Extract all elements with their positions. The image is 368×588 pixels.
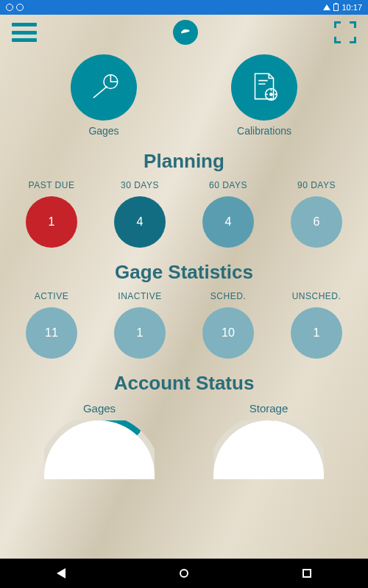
android-status-bar: 10:17 [0,0,368,15]
gear-icon [6,4,13,11]
gages-tile-label: Gages [88,125,118,137]
back-button[interactable] [46,562,76,584]
svg-point-2 [269,93,273,96]
calibration-doc-icon [246,69,283,106]
account-title: Account Status [0,372,368,395]
planning-past-due[interactable]: PAST DUE 1 [11,180,92,248]
home-icon [180,569,188,578]
micrometer-icon [85,69,122,106]
account-grid: Gages 12 12.0 % Storage 0.00gb 1.3 % [0,402,368,559]
recents-button[interactable] [292,562,322,584]
calibrations-tile-label: Calibrations [237,125,291,137]
app-bar [0,15,368,50]
gages-tile[interactable]: Gages [71,54,137,137]
planning-title: Planning [0,150,368,173]
stats-unscheduled[interactable]: UNSCHED. 1 [276,291,357,359]
planning-90-days[interactable]: 90 DAYS 6 [276,180,357,248]
planning-60-days[interactable]: 60 DAYS 4 [188,180,269,248]
planning-30-days[interactable]: 30 DAYS 4 [99,180,180,248]
battery-icon [333,4,339,11]
stats-scheduled[interactable]: SCHED. 10 [188,291,269,359]
stats-inactive[interactable]: INACTIVE 1 [99,291,180,359]
fullscreen-button[interactable] [334,21,356,43]
recents-icon [302,569,311,578]
stats-grid: ACTIVE 11 INACTIVE 1 SCHED. 10 UNSCHED. … [0,291,368,359]
status-time: 10:17 [342,3,362,12]
stats-title: Gage Statistics [0,261,368,284]
back-icon [57,568,66,578]
account-gages[interactable]: Gages 12 12.0 % [44,402,155,479]
calibrations-tile[interactable]: Calibrations [231,54,297,137]
logo-icon [179,26,192,39]
stats-active[interactable]: ACTIVE 11 [11,291,92,359]
app-logo[interactable] [173,20,198,45]
gear-icon [16,4,24,11]
android-nav-bar [0,559,368,588]
account-storage[interactable]: Storage 0.00gb 1.3 % [213,402,324,479]
signal-icon [323,4,330,10]
main-nav-tiles: Gages Calibrations [0,50,368,137]
home-button[interactable] [169,562,199,584]
planning-grid: PAST DUE 1 30 DAYS 4 60 DAYS 4 90 DAYS 6 [0,180,368,248]
menu-button[interactable] [12,23,37,42]
